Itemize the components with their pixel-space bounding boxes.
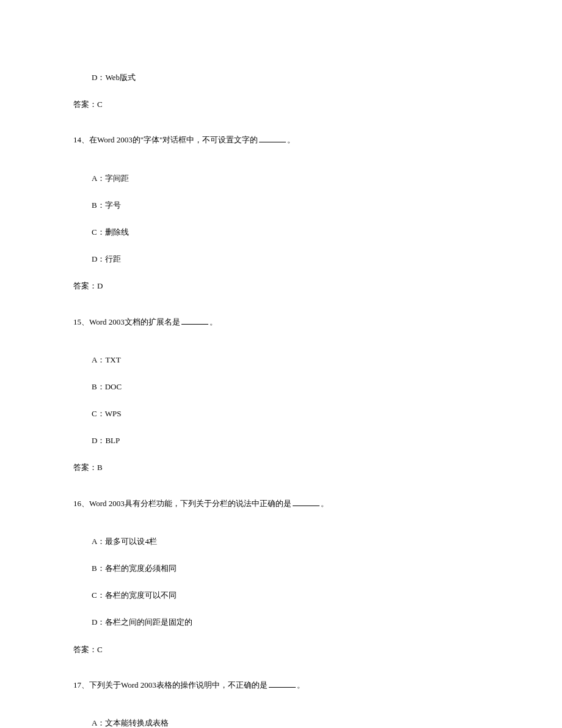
q15-prompt-pre: 15、Word 2003文档的扩展名是 [73,317,180,326]
q16-prompt-pre: 16、Word 2003具有分栏功能，下列关于分栏的说法中正确的是 [73,499,291,508]
q14-option-b: B：字号 [73,200,489,211]
q17-prompt: 17、下列关于Word 2003表格的操作说明中，不正确的是。 [73,680,489,691]
q15-prompt: 15、Word 2003文档的扩展名是。 [73,317,489,328]
prev-answer: 答案：C [73,99,489,110]
q15-prompt-post: 。 [210,317,217,326]
q17-prompt-post: 。 [297,680,305,689]
q16-option-a: A：最多可以设4栏 [73,536,489,547]
blank-fill [181,317,208,325]
blank-fill [293,498,319,506]
blank-fill [269,680,296,688]
q14-prompt-pre: 14、在Word 2003的"字体"对话框中，不可设置文字的 [73,135,258,144]
q14-answer: 答案：D [73,281,489,292]
q15-option-c: C：WPS [73,408,489,419]
q15-option-a: A：TXT [73,355,489,366]
q14-prompt: 14、在Word 2003的"字体"对话框中，不可设置文字的。 [73,134,489,145]
document-page: D：Web版式 答案：C 14、在Word 2003的"字体"对话框中，不可设置… [0,0,562,728]
q14-option-a: A：字间距 [73,173,489,184]
q16-answer: 答案：C [73,644,489,655]
q16-option-d: D：各栏之间的间距是固定的 [73,617,489,628]
q17-option-a: A：文本能转换成表格 [73,718,489,728]
blank-fill [259,135,286,143]
q14-prompt-post: 。 [287,135,295,144]
q17-options: A：文本能转换成表格 B：表格能转换成文本 [73,718,489,728]
q16-option-b: B：各栏的宽度必须相同 [73,563,489,574]
q15-option-b: B：DOC [73,381,489,392]
q16-option-c: C：各栏的宽度可以不同 [73,590,489,601]
q15-option-d: D：BLP [73,435,489,446]
q15-options: A：TXT B：DOC C：WPS D：BLP [73,355,489,447]
q17-prompt-pre: 17、下列关于Word 2003表格的操作说明中，不正确的是 [73,680,268,689]
q14-option-d: D：行距 [73,254,489,265]
prev-option-d: D：Web版式 [73,72,489,83]
q14-option-c: C：删除线 [73,227,489,238]
q16-options: A：最多可以设4栏 B：各栏的宽度必须相同 C：各栏的宽度可以不同 D：各栏之间… [73,536,489,628]
q16-prompt-post: 。 [321,499,329,508]
q14-options: A：字间距 B：字号 C：删除线 D：行距 [73,173,489,265]
q15-answer: 答案：B [73,462,489,473]
q16-prompt: 16、Word 2003具有分栏功能，下列关于分栏的说法中正确的是。 [73,498,489,509]
